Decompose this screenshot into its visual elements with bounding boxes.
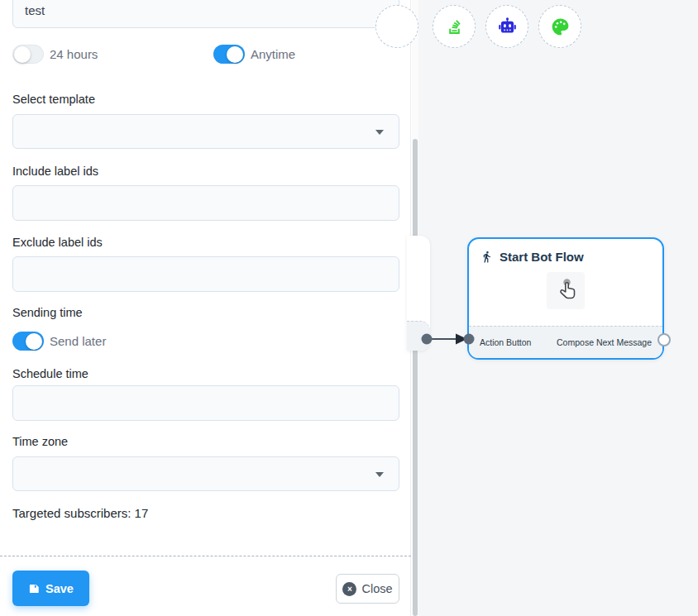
scrollbar-thumb[interactable] [413,139,418,616]
design-tool-button[interactable] [538,5,581,48]
broadcast-name-input[interactable] [12,0,399,28]
broadcast-form-panel: 24 hours Anytime Select template Include… [0,0,411,616]
walking-person-icon [480,251,493,263]
toggle-knob [14,46,31,63]
node-header: Start Bot Flow [469,239,662,264]
anytime-toggle-label: Anytime [251,47,295,61]
broadcast-editor-screen: 24 hours Anytime Select template Include… [0,0,698,616]
select-template-dropdown[interactable] [12,114,399,149]
include-label-ids-input[interactable] [12,185,399,221]
bot-tool-button[interactable] [485,5,528,48]
toggle-knob [227,46,243,63]
close-icon: × [342,582,356,596]
select-template-label: Select template [12,93,95,106]
24-hours-toggle[interactable] [12,45,44,64]
node-title: Start Bot Flow [500,250,584,264]
node-output-port[interactable] [657,333,671,346]
send-later-toggle[interactable] [12,332,44,351]
node-footer: Action Button Compose Next Message [469,326,662,358]
24-hours-toggle-label: 24 hours [50,47,98,61]
chevron-down-icon [375,472,384,477]
time-zone-dropdown[interactable] [12,456,399,491]
chevron-down-icon [375,130,384,135]
hand-tap-icon [551,276,581,306]
anytime-toggle[interactable] [213,45,245,64]
palette-icon [550,17,571,37]
node-tap-target[interactable] [547,272,585,309]
exclude-label-ids-input[interactable] [12,256,399,292]
offscreen-node-partial[interactable] [407,236,430,351]
schedule-time-label: Schedule time [12,367,88,380]
time-zone-label: Time zone [12,435,68,448]
save-icon [28,583,40,595]
toolbar-circle-partial[interactable] [375,5,418,48]
close-button[interactable]: × Close [336,574,399,604]
stack-icon [444,17,465,37]
close-button-label: Close [361,582,392,595]
footer-divider [0,556,411,556]
toggle-knob [26,333,42,350]
exclude-label-ids-label: Exclude label ids [12,236,103,249]
stack-tool-button[interactable] [433,5,476,48]
targeted-subscribers-text: Targeted subscribers: 17 [12,506,148,520]
flow-builder-canvas[interactable]: Start Bot Flow Action Button Compose Nex… [418,0,698,616]
start-bot-flow-node[interactable]: Start Bot Flow Action Button Compose Nex… [467,237,664,360]
schedule-time-input[interactable] [12,385,399,421]
offscreen-node-footer [407,321,430,351]
save-button[interactable]: Save [12,571,89,606]
include-label-ids-label: Include label ids [12,165,98,178]
node-footer-compose-next-message-label[interactable]: Compose Next Message [557,337,652,347]
sending-time-label: Sending time [12,306,83,319]
send-later-toggle-label: Send later [50,334,106,348]
robot-icon [497,17,518,37]
node-footer-action-button-label[interactable]: Action Button [480,337,531,347]
save-button-label: Save [45,582,74,595]
